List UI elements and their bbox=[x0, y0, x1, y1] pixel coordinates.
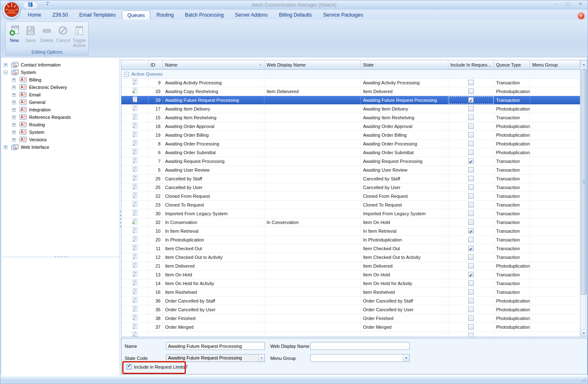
grid-vertical-scrollbar[interactable]: ▲ ▼ bbox=[580, 60, 587, 337]
checkbox-check-icon[interactable] bbox=[126, 364, 132, 369]
checkbox-unchecked-icon[interactable] bbox=[468, 80, 474, 85]
expand-icon[interactable]: + bbox=[4, 63, 7, 67]
queue-row-18[interactable]: 18Awaiting Order ApprovalAwaiting Order … bbox=[121, 122, 587, 131]
column-header-id[interactable]: ID bbox=[148, 60, 163, 69]
checkbox-unchecked-icon[interactable] bbox=[468, 281, 474, 286]
checkbox-checked-icon[interactable] bbox=[468, 97, 474, 103]
checkbox-checked-icon[interactable] bbox=[468, 272, 474, 277]
queue-row-19[interactable]: 19Awaiting Order BillingAwaiting Order B… bbox=[121, 131, 587, 140]
queue-row-16[interactable]: 16Item ReshelvedItem ReshelvedTransactio… bbox=[121, 288, 587, 297]
checkbox-unchecked-icon[interactable] bbox=[468, 289, 474, 295]
tab-billing-defaults[interactable]: Billing Defaults bbox=[274, 10, 317, 20]
queue-row-30[interactable]: 30Imported From Legacy SystemImported Fr… bbox=[121, 209, 587, 218]
queue-row-20[interactable]: 20In PhotoduplicationIn Photoduplication… bbox=[121, 236, 587, 244]
tree-item-versions[interactable]: +AVersions bbox=[1, 136, 119, 143]
chevron-down-icon[interactable]: ▾ bbox=[258, 354, 264, 362]
queue-row-12[interactable]: 12Item Checked Out to ActivityItem Check… bbox=[121, 253, 587, 262]
toggle-active-button[interactable]: Toggle Active bbox=[71, 22, 87, 48]
scroll-down-icon[interactable]: ▼ bbox=[581, 330, 587, 336]
delete-button[interactable]: Delete bbox=[39, 22, 55, 48]
checkbox-checked-icon[interactable] bbox=[468, 246, 474, 251]
tree-item-electronic-delivery[interactable]: +AElectronic Delivery bbox=[1, 84, 119, 91]
checkbox-unchecked-icon[interactable] bbox=[468, 185, 474, 190]
expand-icon[interactable]: + bbox=[12, 123, 16, 127]
checkbox-unchecked-icon[interactable] bbox=[468, 89, 474, 94]
column-header-state[interactable]: State bbox=[361, 60, 448, 69]
queue-row-32[interactable]: 32In ConservationIn ConservationItem On … bbox=[121, 218, 587, 227]
checkbox-unchecked-icon[interactable] bbox=[468, 106, 474, 111]
column-header-name[interactable]: Name▲ bbox=[163, 60, 264, 69]
checkbox-unchecked-icon[interactable] bbox=[468, 141, 474, 146]
checkbox-unchecked-icon[interactable] bbox=[468, 333, 474, 337]
application-menu-button[interactable] bbox=[2, 1, 21, 20]
queue-row-6[interactable]: 6Awaiting Order SubmittalAwaiting Order … bbox=[121, 148, 587, 157]
checkbox-unchecked-icon[interactable] bbox=[468, 176, 474, 181]
checkbox-unchecked-icon[interactable] bbox=[468, 115, 474, 120]
checkbox-unchecked-icon[interactable] bbox=[468, 324, 474, 330]
tab-server-addons[interactable]: Server Addons bbox=[230, 10, 273, 20]
queue-row-11[interactable]: 11Item Checked OutItem Checked OutTransa… bbox=[121, 244, 587, 253]
expand-icon[interactable]: + bbox=[12, 86, 16, 89]
help-icon[interactable]: ? bbox=[578, 12, 585, 20]
column-header-row-indicator[interactable] bbox=[121, 60, 148, 69]
expand-icon[interactable]: + bbox=[12, 78, 16, 82]
queue-row[interactable] bbox=[121, 332, 587, 337]
expand-icon[interactable]: + bbox=[12, 101, 16, 104]
queue-row-10[interactable]: 10In Item RetrievalIn Item RetrievalTran… bbox=[121, 227, 587, 236]
state-code-combo[interactable]: Awaiting Future Request Processing ▾ bbox=[166, 354, 265, 362]
new-button[interactable]: New bbox=[6, 22, 22, 48]
horizontal-splitter[interactable] bbox=[1, 257, 119, 257]
checkbox-unchecked-icon[interactable] bbox=[468, 263, 474, 268]
name-input[interactable] bbox=[166, 342, 265, 350]
checkbox-unchecked-icon[interactable] bbox=[468, 132, 474, 138]
tree-item-system[interactable]: −System bbox=[1, 69, 119, 76]
queue-row-23[interactable]: 23Cloned To RequestCloned To RequestTran… bbox=[121, 201, 587, 209]
queue-row-7[interactable]: 7Awaiting Request ProcessingAwaiting Req… bbox=[121, 157, 587, 166]
checkbox-unchecked-icon[interactable] bbox=[468, 298, 474, 303]
expand-icon[interactable]: + bbox=[12, 93, 16, 97]
checkbox-unchecked-icon[interactable] bbox=[468, 123, 474, 129]
sync-icon[interactable] bbox=[27, 1, 34, 10]
cancel-button[interactable]: Cancel bbox=[55, 22, 71, 48]
tree-item-billing[interactable]: +ABilling bbox=[1, 76, 119, 84]
tab-email-templates[interactable]: Email Templates bbox=[74, 10, 121, 20]
queue-row-13[interactable]: 13Item On HoldItem On HoldTransaction bbox=[121, 271, 587, 279]
expand-icon[interactable]: + bbox=[12, 130, 16, 134]
checkbox-unchecked-icon[interactable] bbox=[468, 202, 474, 207]
checkbox-unchecked-icon[interactable] bbox=[468, 167, 474, 172]
column-header-web-display-name[interactable]: Web Display Name bbox=[264, 60, 361, 69]
queue-row-33[interactable]: 33Awaiting Copy ReshelvingItem Delievere… bbox=[121, 87, 587, 96]
column-header-menu-group[interactable]: Menu Group bbox=[530, 60, 580, 69]
scroll-up-icon[interactable]: ▲ bbox=[581, 61, 587, 67]
queue-row-29[interactable]: 29Awaiting Future Request ProcessingAwai… bbox=[121, 96, 587, 105]
scrollbar-thumb[interactable] bbox=[581, 69, 587, 295]
queue-row-35[interactable]: 35Order Cancelled by UserOrder Cancelled… bbox=[121, 305, 587, 314]
save-button[interactable]: Save bbox=[22, 22, 39, 48]
checkbox-unchecked-icon[interactable] bbox=[468, 307, 474, 312]
tree-item-web-interface[interactable]: +Web Interface bbox=[1, 143, 119, 151]
queue-row-36[interactable]: 36Order Cancelled by StaffOrder Cancelle… bbox=[121, 297, 587, 305]
tab-routing[interactable]: Routing bbox=[151, 10, 178, 20]
expand-icon[interactable]: + bbox=[12, 138, 16, 142]
queue-row-8[interactable]: 8Awaiting Order ProcessingAwaiting Order… bbox=[121, 140, 587, 148]
checkbox-unchecked-icon[interactable] bbox=[468, 211, 474, 216]
queue-row-38[interactable]: 38Order FinishedOrder FinishedPhotodupli… bbox=[121, 314, 587, 323]
column-header-include[interactable]: Include In Reques... bbox=[448, 60, 494, 69]
tree-item-general[interactable]: +AGeneral bbox=[1, 98, 119, 106]
queue-row-21[interactable]: 21Item DeliveredItem DeliveredPhotodupli… bbox=[121, 262, 587, 271]
chevron-down-icon[interactable]: ▾ bbox=[403, 354, 409, 362]
checkbox-unchecked-icon[interactable] bbox=[468, 219, 474, 225]
collapse-icon[interactable]: − bbox=[4, 71, 7, 74]
customize-quick-access-icon[interactable]: ▾ bbox=[45, 2, 49, 6]
queue-row-17[interactable]: 17Awaiting Item DeliveryAwaiting Item De… bbox=[121, 105, 587, 113]
column-header-queue-type[interactable]: Queue Type bbox=[494, 60, 530, 69]
tree-item-routing[interactable]: +ARouting bbox=[1, 121, 119, 128]
tree-item-system[interactable]: +ASystem bbox=[1, 128, 119, 136]
queue-row-26[interactable]: 26Cancelled by StaffCancelled by StaffTr… bbox=[121, 175, 587, 183]
tab-batch-processing[interactable]: Batch Processing bbox=[180, 10, 229, 20]
tree-item-integration[interactable]: +AIntegration bbox=[1, 106, 119, 113]
checkbox-unchecked-icon[interactable] bbox=[468, 150, 474, 155]
checkbox-unchecked-icon[interactable] bbox=[468, 254, 474, 260]
maximize-button[interactable]: ▢ bbox=[565, 1, 571, 7]
queue-row-9[interactable]: 9Awaiting Activity ProcessingAwaiting Ac… bbox=[121, 79, 587, 87]
